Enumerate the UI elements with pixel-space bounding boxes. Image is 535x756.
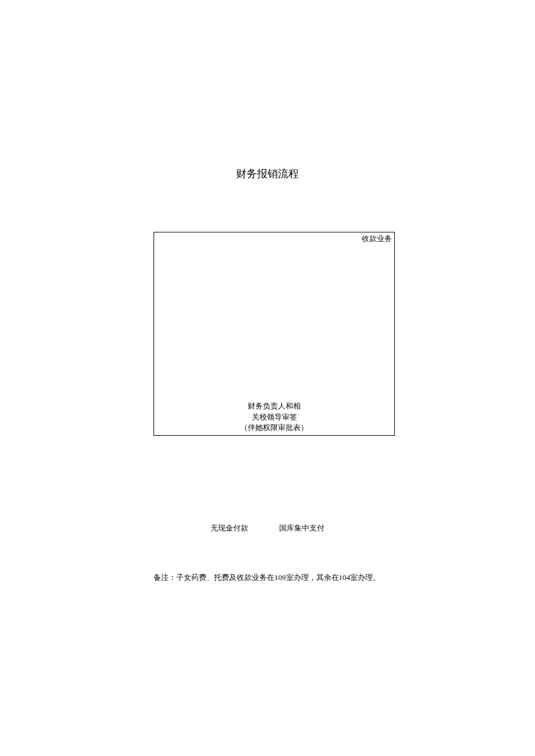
box-bottom-line-2: 关校领导审签 bbox=[154, 412, 394, 422]
footnote-text: 备注：子女药费、托费及收款业务在109室办理，其余在104室办理。 bbox=[154, 572, 380, 583]
payment-methods-row: 无现金付款 国库集中支付 bbox=[0, 523, 535, 533]
box-bottom-text: 财务负责人和相 关校领导审签 （伴她权限审批表） bbox=[154, 401, 394, 433]
payment-method-treasury: 国库集中支付 bbox=[279, 523, 324, 533]
box-top-right-label: 收款业务 bbox=[362, 234, 392, 244]
page-title: 财务报销流程 bbox=[0, 167, 535, 181]
box-bottom-line-1: 财务负责人和相 bbox=[154, 401, 394, 411]
payment-method-cashless: 无现金付款 bbox=[211, 523, 248, 533]
workflow-diagram-box: 收款业务 财务负责人和相 关校领导审签 （伴她权限审批表） bbox=[154, 232, 395, 436]
box-bottom-line-3: （伴她权限审批表） bbox=[154, 422, 394, 433]
